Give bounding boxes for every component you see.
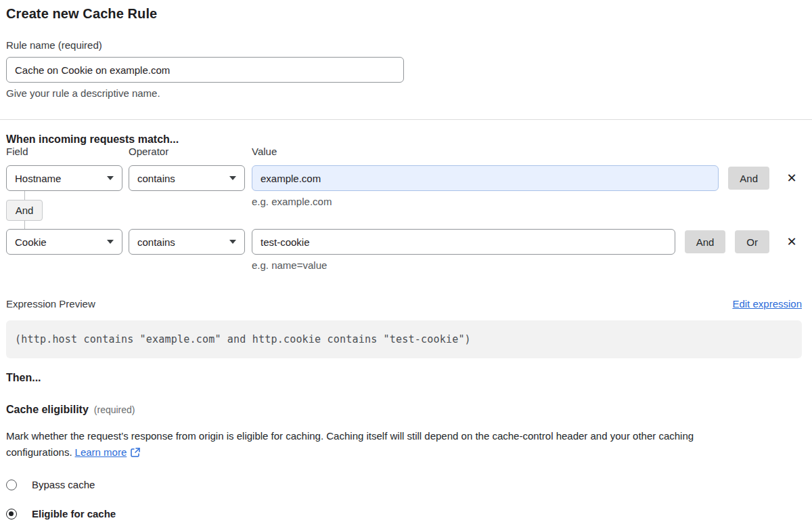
value-column-label: Value	[252, 146, 802, 157]
condition-connector-area: And e.g. example.com	[6, 191, 802, 229]
condition-row: Cookie contains And Or ✕	[6, 229, 802, 255]
value-input[interactable]	[252, 165, 719, 191]
and-connector-button[interactable]: And	[6, 200, 43, 221]
cache-eligibility-options: Bypass cache Eligible for cache	[6, 479, 802, 519]
edit-expression-link[interactable]: Edit expression	[732, 298, 802, 310]
and-button[interactable]: And	[685, 230, 726, 253]
bypass-cache-label: Bypass cache	[32, 479, 95, 490]
radio-unselected-icon[interactable]	[6, 480, 17, 490]
and-button[interactable]: And	[728, 167, 769, 190]
operator-select[interactable]: contains	[129, 165, 245, 191]
cache-eligibility-heading: Cache eligibility	[6, 404, 89, 416]
chevron-down-icon	[229, 176, 236, 180]
rule-name-input[interactable]	[6, 57, 404, 83]
bypass-cache-option[interactable]: Bypass cache	[6, 479, 802, 490]
operator-select-value: contains	[137, 173, 175, 184]
field-select[interactable]: Cookie	[6, 229, 122, 255]
remove-condition-button[interactable]: ✕	[782, 232, 802, 252]
close-icon: ✕	[786, 171, 796, 185]
field-select-value: Hostname	[15, 173, 61, 184]
eligible-for-cache-option[interactable]: Eligible for cache	[6, 508, 802, 519]
match-heading: When incoming requests match...	[6, 133, 802, 146]
or-button[interactable]: Or	[735, 230, 769, 253]
condition-row: Hostname contains And ✕	[6, 165, 802, 191]
connector-line	[24, 191, 25, 200]
condition-column-labels: Field Operator Value	[6, 146, 802, 157]
value-hint: e.g. example.com	[252, 196, 332, 207]
then-heading: Then...	[6, 372, 802, 384]
operator-column-label: Operator	[129, 146, 252, 157]
value-input[interactable]	[252, 229, 675, 255]
learn-more-label: Learn more	[75, 446, 127, 458]
rule-name-section: Rule name (required) Give your rule a de…	[6, 39, 802, 99]
field-select-value: Cookie	[15, 236, 47, 248]
chevron-down-icon	[229, 240, 236, 244]
cache-eligibility-heading-row: Cache eligibility (required)	[6, 404, 802, 416]
expression-preview-label: Expression Preview	[6, 298, 95, 310]
rule-name-label: Rule name (required)	[6, 39, 802, 51]
expression-code: (http.host contains "example.com" and ht…	[6, 320, 802, 358]
chevron-down-icon	[107, 176, 114, 180]
eligible-for-cache-label: Eligible for cache	[32, 508, 116, 519]
close-icon: ✕	[786, 235, 796, 249]
radio-selected-icon[interactable]	[6, 509, 17, 519]
rule-name-helper: Give your rule a descriptive name.	[6, 87, 802, 99]
page-title: Create new Cache Rule	[6, 6, 802, 22]
required-note: (required)	[94, 404, 135, 415]
learn-more-link[interactable]: Learn more	[75, 446, 141, 458]
remove-condition-button[interactable]: ✕	[782, 168, 802, 188]
external-link-icon	[131, 448, 140, 457]
value-hint: e.g. name=value	[252, 259, 802, 271]
field-column-label: Field	[6, 146, 129, 157]
chevron-down-icon	[107, 240, 114, 244]
field-select[interactable]: Hostname	[6, 165, 122, 191]
connector-line	[24, 221, 25, 229]
operator-select-value: contains	[137, 236, 175, 248]
expression-preview-section: Expression Preview Edit expression (http…	[6, 298, 802, 358]
operator-select[interactable]: contains	[129, 229, 245, 255]
cache-eligibility-description: Mark whether the request’s response from…	[6, 428, 791, 461]
create-cache-rule-form: Create new Cache Rule Rule name (require…	[0, 0, 812, 531]
section-divider	[0, 119, 812, 120]
